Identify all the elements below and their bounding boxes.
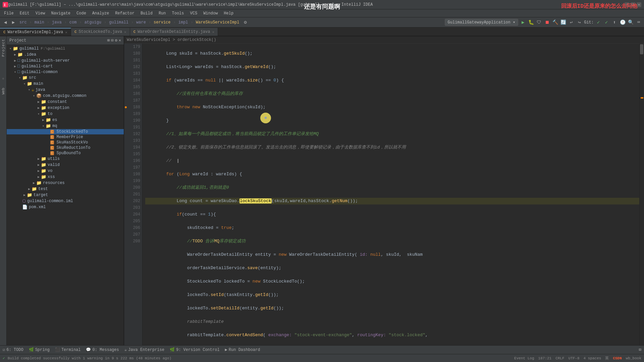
menu-refactor[interactable]: Refactor: [112, 10, 137, 16]
tree-item-constant[interactable]: ▶ 📁 constant: [7, 99, 124, 105]
project-vtab[interactable]: Project: [1, 39, 5, 57]
tree-item-memberprice[interactable]: C MemberPrice: [7, 134, 124, 140]
tree-item-target[interactable]: ▶ 📁 target: [7, 192, 124, 198]
event-log-button[interactable]: Event Log: [514, 356, 534, 360]
breadcrumb-main[interactable]: main: [33, 19, 46, 25]
tree-item-auth[interactable]: ▶ □ gulimall-auth-server: [7, 58, 124, 63]
tree-item-java[interactable]: ▾ ☕ java: [7, 87, 124, 93]
debug-button[interactable]: 🐛: [528, 19, 534, 26]
tree-item-pom[interactable]: 📄 pom.xml: [7, 204, 124, 210]
breadcrumb-file[interactable]: WareSkuServiceImpl: [195, 19, 241, 25]
bottom-run-dashboard[interactable]: ▶ Run Dashboard: [225, 347, 260, 352]
tree-item-utils[interactable]: ▶ 📁 utils: [7, 156, 124, 162]
search-everywhere[interactable]: 🔍: [627, 19, 634, 26]
tree-item-iml[interactable]: ⬡ gulimall-common.iml: [7, 198, 124, 204]
menu-build[interactable]: Build: [138, 10, 155, 16]
breadcrumb-impl[interactable]: impl: [177, 19, 190, 25]
menu-edit[interactable]: Edit: [17, 10, 32, 16]
code-editor[interactable]: Long skuId = hasStock.getSkuId(); List<L…: [143, 44, 639, 345]
line-ending[interactable]: CRLF: [555, 356, 564, 360]
tree-item-skuhasstockvo[interactable]: C SkuHasStockVo: [7, 140, 124, 145]
tree-item-xss[interactable]: ▶ 📁 xss: [7, 174, 124, 180]
sidebar-settings-icon[interactable]: ⚙: [115, 38, 117, 43]
breadcrumb-service[interactable]: service: [152, 19, 172, 25]
menu-navigate[interactable]: Navigate: [48, 10, 73, 16]
stop-button[interactable]: ⏹: [544, 19, 550, 26]
sync-button[interactable]: 🔄: [560, 19, 567, 26]
tab-waresku[interactable]: C WareSkuServiceImpl.java ✕: [0, 28, 71, 36]
breadcrumb-ware[interactable]: ware: [135, 19, 147, 25]
close-button[interactable]: ✕: [637, 2, 641, 7]
tree-item-cart[interactable]: ▶ □ gulimall-cart: [7, 63, 124, 69]
git-history[interactable]: 🕐: [619, 19, 626, 26]
git-commit[interactable]: ✓: [603, 19, 610, 26]
breadcrumb-src[interactable]: src: [18, 19, 28, 25]
keymap-button[interactable]: ⌨: [635, 19, 642, 26]
git-push[interactable]: ⬆: [611, 19, 618, 26]
settings-icon[interactable]: ⚙: [242, 19, 249, 26]
tree-item-skureductionto[interactable]: C SkuReductionTo: [7, 145, 124, 150]
git-update[interactable]: ✓: [595, 19, 602, 26]
bottom-terminal[interactable]: ⬛ Terminal: [55, 347, 81, 352]
encoding[interactable]: UTF-8: [569, 356, 580, 360]
breadcrumb-atguigu[interactable]: atguigu: [83, 19, 103, 25]
bottom-todo[interactable]: ☑ 6: TODO: [3, 347, 23, 352]
tree-item-main[interactable]: ▾ 📁 main: [7, 81, 124, 87]
breadcrumb-java[interactable]: java: [51, 19, 63, 25]
bottom-java-enterprise[interactable]: ☕ Java Enterprise: [124, 347, 164, 352]
tab-wareorder-close[interactable]: ✕: [212, 30, 214, 34]
sidebar-expand-icon[interactable]: ⊞: [107, 38, 110, 43]
tab-waresku-close[interactable]: ✕: [65, 30, 67, 35]
menu-view[interactable]: View: [33, 10, 48, 16]
build-button[interactable]: 🔨: [552, 19, 558, 26]
bottom-messages[interactable]: 💬 0: Messages: [86, 347, 119, 352]
forward-button[interactable]: ▶: [10, 19, 17, 26]
tree-item-stocklockedto[interactable]: C StockLockedTo: [7, 129, 124, 134]
tab-stocklocked[interactable]: C StockLockedTo.java ✕: [71, 28, 130, 36]
tree-item-mq[interactable]: ▾ 📁 mq: [7, 123, 124, 129]
project-tree-panel: Project ⊞ ⊟ ⚙ ✕ ▾ 📁 gulimall F:\gulimall…: [7, 36, 124, 345]
coverage-button[interactable]: 🛡: [536, 19, 542, 26]
menu-tools[interactable]: Tools: [169, 10, 187, 16]
menu-analyze[interactable]: Analyze: [90, 10, 112, 16]
indent-info[interactable]: 4 spaces: [584, 356, 601, 360]
menu-vcs[interactable]: VCS: [187, 10, 200, 16]
tree-item-es[interactable]: ▶ 📁 es: [7, 117, 124, 123]
sidebar-collapse-icon[interactable]: ⊟: [111, 38, 113, 43]
tree-item-idea[interactable]: ▶ 📁 .idea: [7, 52, 124, 58]
tree-item-common[interactable]: ▾ □ gulimall-common: [7, 69, 124, 75]
tree-item-gulimall[interactable]: ▾ 📁 gulimall F:\gulimall: [7, 46, 124, 52]
menu-code[interactable]: Code: [74, 10, 89, 16]
tree-item-test[interactable]: ▶ 📁 test: [7, 186, 124, 192]
tree-item-exception[interactable]: ▶ 📁 exception: [7, 105, 124, 111]
back-button[interactable]: ◀: [2, 19, 9, 26]
scrollbar-thumb[interactable]: [640, 44, 643, 54]
tree-item-to[interactable]: ▾ 📁 to: [7, 111, 124, 117]
run-button[interactable]: ▶: [520, 19, 526, 26]
tree-item-valid[interactable]: ▶ 📁 valid: [7, 162, 124, 168]
tree-item-src[interactable]: ▾ 📁 src: [7, 75, 124, 81]
bottom-version-control[interactable]: 🌿 9: Version Control: [170, 347, 220, 352]
breadcrumb-gulimall[interactable]: gulimall: [108, 19, 130, 25]
web-vtab[interactable]: Web: [1, 88, 5, 95]
tree-item-resources[interactable]: ▶ 📁 resources: [7, 180, 124, 186]
git-info: Git: ✓ ✓ ⬆ 🕐: [584, 19, 626, 26]
menu-file[interactable]: File: [1, 10, 16, 16]
bottom-expand-button[interactable]: ⊟: [639, 347, 641, 352]
menu-window[interactable]: Window: [201, 10, 220, 16]
menu-help[interactable]: Help: [221, 10, 236, 16]
bottom-spring[interactable]: 🌿 Spring: [29, 347, 50, 352]
menu-run[interactable]: Run: [156, 10, 169, 16]
tree-item-package[interactable]: ▾ 📦 com.atguigu.common: [7, 93, 124, 99]
undo-button[interactable]: ↩: [568, 19, 575, 26]
breadcrumb-com[interactable]: com: [68, 19, 78, 25]
favorites-vtab[interactable]: ☆: [1, 77, 5, 81]
redo-button[interactable]: ↪: [576, 19, 583, 26]
sidebar-close-icon[interactable]: ✕: [119, 38, 121, 43]
tree-item-spuboundto[interactable]: C SpuBoundTo: [7, 150, 124, 156]
tree-item-vo[interactable]: ▶ 📁 vo: [7, 168, 124, 174]
tab-stocklocked-close[interactable]: ✕: [124, 30, 126, 34]
language-toggle[interactable]: 英: [605, 356, 609, 361]
tab-wareorder[interactable]: C WareOrderTaskDetailEntity.java ✕: [130, 28, 218, 36]
run-config-selector[interactable]: GulimallGatewayApplication ▾: [445, 19, 519, 26]
